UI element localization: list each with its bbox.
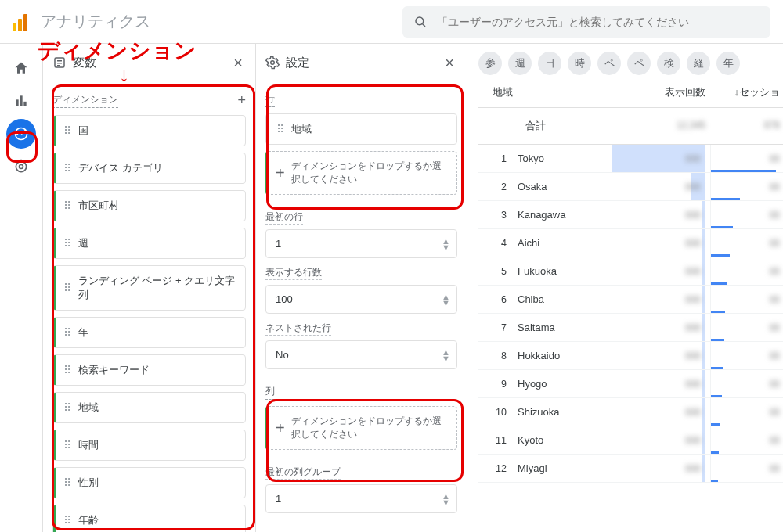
drag-handle-icon: ⠿	[63, 367, 72, 373]
total-row: 合計 12,345 678	[478, 108, 783, 145]
add-dimension-button[interactable]: +	[237, 92, 246, 109]
drag-handle-icon: ⠿	[63, 203, 72, 209]
nav-advertising[interactable]	[6, 152, 36, 182]
svg-point-6	[16, 161, 26, 171]
table-row[interactable]: 10Shizuoka00000	[478, 398, 783, 426]
table-header: 地域 表示回数 ↓セッショ	[478, 81, 783, 108]
variables-title: 変数	[73, 56, 230, 70]
table-row[interactable]: 2Osaka00000	[478, 173, 783, 201]
report-tab[interactable]: 日	[538, 52, 561, 75]
report-tab[interactable]: 経	[687, 52, 710, 75]
col-metric1[interactable]: 表示回数	[612, 86, 705, 99]
table-row[interactable]: 12Miyagi00000	[478, 455, 783, 483]
report-area: 参週日時ペペ検経年 地域 表示回数 ↓セッショ 合計 12,345 678 1T…	[467, 44, 783, 532]
close-settings-button[interactable]: ×	[442, 54, 457, 72]
stepper-icon: ▲▼	[442, 293, 450, 306]
search-icon	[413, 15, 428, 29]
settings-icon	[265, 56, 280, 70]
dimension-chip[interactable]: ⠿時間	[52, 430, 246, 461]
variables-panel: 変数 × ディメンション + ⠿国⠿デバイス カテゴリ⠿市区町村⠿週⠿ランディン…	[43, 44, 256, 532]
col-dropzone[interactable]: + ディメンションをドロップするか選択してください	[265, 406, 457, 450]
table-row[interactable]: 7Saitama00000	[478, 314, 783, 342]
plus-icon: +	[276, 419, 285, 437]
nested-rows-select[interactable]: No ▲▼	[265, 340, 457, 369]
drag-handle-icon: ⠿	[63, 240, 72, 246]
nested-rows-label: ネストされた行	[265, 322, 331, 336]
nav-reports[interactable]	[6, 86, 36, 116]
report-tab[interactable]: 週	[508, 52, 532, 75]
svg-rect-3	[20, 95, 22, 106]
plus-icon: +	[276, 164, 285, 182]
dimension-chip[interactable]: ⠿地域	[52, 392, 246, 423]
report-tab[interactable]: ペ	[627, 52, 651, 75]
first-row-select[interactable]: 1 ▲▼	[265, 229, 457, 258]
left-nav	[0, 44, 43, 532]
report-tab[interactable]: ペ	[597, 52, 621, 75]
col-metric2[interactable]: ↓セッショ	[705, 86, 783, 99]
dimension-chip[interactable]: ⠿性別	[52, 467, 246, 498]
table-row[interactable]: 1Tokyo00000	[478, 145, 783, 173]
show-rows-label: 表示する行数	[265, 266, 322, 280]
drag-handle-icon: ⠿	[63, 404, 72, 411]
report-tab[interactable]: 参	[478, 52, 502, 75]
app-title: アナリティクス	[41, 11, 150, 32]
dimension-chip[interactable]: ⠿デバイス カテゴリ	[52, 153, 246, 184]
drag-handle-icon: ⠿	[63, 517, 72, 523]
dimension-chip[interactable]: ⠿ランディング ページ + クエリ文字列	[52, 265, 246, 311]
first-col-group-select[interactable]: 1 ▲▼	[265, 484, 457, 513]
analytics-logo-icon	[13, 13, 31, 31]
svg-rect-2	[16, 99, 18, 106]
drag-handle-icon: ⠿	[63, 480, 72, 486]
tab-row: 参週日時ペペ検経年	[478, 52, 783, 81]
dimension-chip[interactable]: ⠿検索キーワード	[52, 354, 246, 386]
table-row[interactable]: 4Aichi00000	[478, 229, 783, 257]
stepper-icon: ▲▼	[442, 238, 450, 250]
variables-icon	[52, 56, 67, 70]
search-input[interactable]	[437, 16, 760, 28]
settings-title: 設定	[286, 56, 442, 70]
dimensions-section-header: ディメンション +	[52, 92, 246, 109]
drag-handle-icon: ⠿	[63, 165, 72, 171]
row-chip-region[interactable]: ⠿ 地域	[265, 113, 457, 145]
drag-handle-icon: ⠿	[63, 128, 72, 134]
drag-handle-icon: ⠿	[63, 442, 72, 448]
stepper-icon: ▲▼	[442, 349, 450, 361]
dimension-chip[interactable]: ⠿年	[52, 317, 246, 348]
table-row[interactable]: 5Fukuoka00000	[478, 257, 783, 286]
report-tab[interactable]: 時	[568, 52, 591, 75]
svg-point-13	[271, 61, 275, 65]
col-dimension[interactable]: 地域	[478, 86, 612, 99]
nav-home[interactable]	[6, 53, 36, 83]
svg-point-0	[416, 17, 424, 25]
close-variables-button[interactable]: ×	[230, 54, 246, 72]
nav-explore[interactable]	[6, 119, 36, 149]
drag-handle-icon: ⠿	[63, 285, 72, 291]
table-row[interactable]: 6Chiba00000	[478, 286, 783, 314]
rows-label: 行	[265, 92, 275, 107]
row-dropzone[interactable]: + ディメンションをドロップするか選択してください	[265, 151, 457, 195]
search-bar[interactable]	[402, 6, 770, 38]
svg-point-7	[20, 165, 23, 169]
table-row[interactable]: 9Hyogo00000	[478, 370, 783, 398]
table-row[interactable]: 8Hokkaido00000	[478, 342, 783, 370]
report-tab[interactable]: 検	[657, 52, 680, 75]
svg-line-1	[423, 23, 425, 26]
report-tab[interactable]: 年	[716, 52, 740, 75]
dimension-chip[interactable]: ⠿市区町村	[52, 190, 246, 221]
app-header: アナリティクス	[0, 0, 783, 44]
svg-rect-4	[23, 102, 26, 106]
dimension-chip[interactable]: ⠿週	[52, 228, 246, 259]
table-row[interactable]: 11Kyoto00000	[478, 426, 783, 455]
dimension-chip[interactable]: ⠿国	[52, 115, 246, 146]
show-rows-select[interactable]: 100 ▲▼	[265, 285, 457, 314]
table-row[interactable]: 3Kanagawa00000	[478, 201, 783, 229]
stepper-icon: ▲▼	[442, 493, 450, 505]
drag-handle-icon: ⠿	[63, 329, 72, 336]
first-row-label: 最初の行	[265, 210, 303, 225]
drag-handle-icon: ⠿	[276, 126, 285, 132]
cols-label: 列	[265, 385, 275, 400]
settings-panel: 設定 × 行 ⠿ 地域 + ディメンションをドロップするか選択してください 最初…	[256, 44, 467, 532]
first-col-group-label: 最初の列グループ	[265, 466, 341, 480]
dimension-chip[interactable]: ⠿年齢	[52, 505, 246, 532]
